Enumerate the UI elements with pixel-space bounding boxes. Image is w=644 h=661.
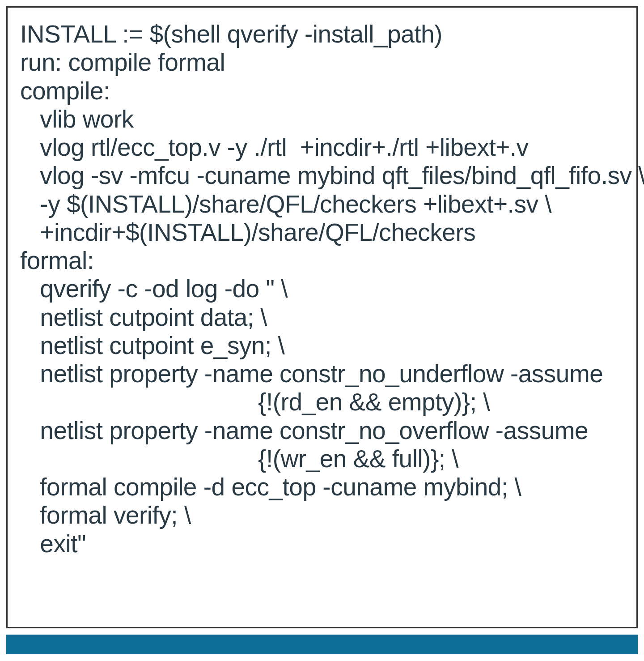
code-line: netlist cutpoint data; \ [20,303,267,331]
code-line: formal verify; \ [20,501,191,529]
code-line: {!(wr_en && full)}; \ [20,445,458,473]
code-line: vlog rtl/ecc_top.v -y ./rtl +incdir+./rt… [20,133,529,161]
code-line: -y $(INSTALL)/share/QFL/checkers +libext… [20,190,551,218]
code-line: INSTALL := $(shell qverify -install_path… [20,20,442,48]
code-line: run: compile formal [20,48,225,76]
code-line: formal: [20,247,94,274]
code-line: netlist cutpoint e_syn; \ [20,332,284,359]
code-line: compile: [20,77,110,105]
code-frame: INSTALL := $(shell qverify -install_path… [6,6,638,628]
accent-bar [6,635,638,654]
code-line: netlist property -name constr_no_overflo… [20,417,588,444]
code-line: vlib work [20,105,134,133]
code-line: netlist property -name constr_no_underfl… [20,360,603,388]
code-line: +incdir+$(INSTALL)/share/QFL/checkers [20,218,475,246]
code-line: exit" [20,530,86,558]
makefile-code-block: INSTALL := $(shell qverify -install_path… [20,20,624,558]
code-line: qverify -c -od log -do " \ [20,275,288,303]
code-line: vlog -sv -mfcu -cuname mybind qft_files/… [20,162,644,189]
code-line: formal compile -d ecc_top -cuname mybind… [20,473,521,501]
code-line: {!(rd_en && empty)}; \ [20,388,490,416]
